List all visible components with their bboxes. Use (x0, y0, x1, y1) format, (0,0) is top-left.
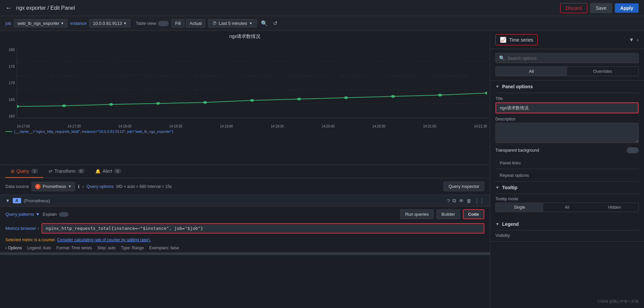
fill-button[interactable]: Fill (171, 19, 184, 28)
code-button[interactable]: Code (463, 209, 485, 219)
back-button[interactable]: ← (5, 4, 12, 12)
tooltip-all-button[interactable]: All (543, 203, 591, 212)
discard-button[interactable]: Discard (560, 3, 587, 13)
run-queries-button[interactable]: Run queries (400, 209, 434, 219)
transparent-bg-label: Transparent background (495, 148, 539, 153)
time-range-caret-icon: ▼ (249, 21, 253, 25)
zoom-button[interactable]: 🔍 (260, 19, 269, 28)
job-dropdown[interactable]: web_lb_ngx_exporter ▼ (14, 19, 67, 28)
y-label-175: 175 (3, 64, 16, 68)
table-view-wrap: Table view (136, 21, 169, 26)
tooltip-caret-icon: ▼ (495, 185, 499, 190)
description-textarea[interactable] (495, 123, 639, 143)
query-collapse-button[interactable]: ▼ (5, 198, 10, 203)
query-patterns-button[interactable]: Query patterns ▼ (5, 212, 40, 217)
drag-icon[interactable]: ⋮⋮ (474, 198, 484, 204)
alert-tab-icon: 🔔 (95, 169, 101, 174)
time-series-button[interactable]: 📈 Time series (495, 34, 538, 45)
time-series-icon: 📈 (500, 37, 506, 43)
query-patterns-left: Query patterns ▼ Explain (5, 212, 68, 217)
panel-options-caret-icon: ▼ (495, 84, 499, 89)
page-title: ngx exporter / Edit Panel (16, 5, 75, 11)
transform-tab-label: Transform (54, 168, 75, 174)
tab-transform[interactable]: ⇄ Transform 0 (43, 165, 90, 178)
horizontal-scrollbar[interactable] (0, 252, 490, 255)
query-ds-name: (Prometheus) (24, 198, 50, 203)
tooltip-mode-buttons: Single All Hidden (495, 203, 639, 212)
chart-y-labels: 180 175 170 165 160 (3, 48, 16, 118)
legend-caret-icon: ▼ (495, 222, 499, 226)
transform-tab-icon: ⇄ (49, 169, 52, 174)
legend-text: {__name__="nginx_http_requests_total", i… (14, 130, 173, 134)
tabs-row: ⊞ Query 1 ⇄ Transform 0 🔔 Alert 0 (0, 165, 490, 178)
tab-overrides[interactable]: Overrides (567, 67, 639, 76)
transparent-bg-row: Transparent background (495, 147, 639, 153)
query-block-actions: ? ⧉ 👁 🗑 ⋮⋮ (447, 198, 484, 204)
datasource-dropdown[interactable]: P Prometheus ▼ (32, 182, 75, 191)
x-label-9: 14:21:00 (423, 124, 436, 128)
instance-dropdown[interactable]: 10.0.0.81:9113 ▼ (89, 19, 130, 28)
svg-point-10 (297, 98, 301, 100)
time-range-button[interactable]: ⏱ Last 5 minutes ▼ (208, 19, 257, 28)
panel-options-header[interactable]: ▼ Panel options (495, 81, 639, 93)
table-view-toggle[interactable] (158, 21, 169, 26)
tooltip-hidden-button[interactable]: Hidden (591, 203, 638, 212)
y-label-170: 170 (3, 81, 16, 85)
refresh-button[interactable]: ↺ (272, 19, 279, 28)
chevron-down-button[interactable]: ▼ (629, 37, 634, 43)
actual-button[interactable]: Actual (186, 19, 205, 28)
metrics-input[interactable] (42, 224, 484, 233)
query-bar: job web_lb_ngx_exporter ▼ instance 10.0.… (0, 16, 644, 31)
explain-toggle[interactable] (59, 212, 68, 217)
y-label-165: 165 (3, 98, 16, 102)
tab-alert[interactable]: 🔔 Alert 0 (90, 165, 126, 178)
repeat-options-header[interactable]: › Repeat options (495, 172, 639, 178)
search-input[interactable] (507, 56, 635, 61)
left-panel: ngx请求数情况 180 175 170 165 160 (0, 31, 490, 308)
datasource-left: Data source P Prometheus ▼ ℹ › Query opt… (5, 182, 172, 191)
tab-all[interactable]: All (496, 67, 567, 76)
legend-header[interactable]: ▼ Legend (495, 218, 639, 230)
metrics-browser-link[interactable]: Metrics browser › (5, 226, 39, 231)
panel-links-section: › Panel links (495, 157, 639, 169)
tooltip-single-button[interactable]: Single (496, 203, 543, 212)
time-icon: ⏱ (212, 21, 217, 26)
right-panel: 📈 Time series ▼ › 🔍 All Overrides ▼ P (490, 31, 644, 308)
transparent-bg-toggle[interactable] (627, 147, 639, 153)
info-icon[interactable]: ℹ (78, 184, 79, 189)
repeat-options-title: Repeat options (500, 173, 529, 178)
title-input[interactable] (496, 103, 638, 113)
panel-options-title: Panel options (502, 84, 533, 89)
help-icon[interactable]: ? (447, 198, 450, 204)
save-button[interactable]: Save (590, 3, 612, 13)
svg-point-9 (250, 99, 254, 102)
options-expand-button[interactable]: › Options (5, 246, 22, 250)
repeat-options-caret-icon: › (495, 172, 497, 178)
query-inspector-button[interactable]: Query inspector (443, 182, 484, 191)
chevron-right-button[interactable]: › (637, 37, 639, 43)
query-options-label: Query options (87, 184, 114, 189)
right-panel-header: 📈 Time series ▼ › (490, 31, 644, 49)
counter-link[interactable]: Consider calculating rate of counter by … (57, 238, 151, 242)
counter-warning: Selected metric is a counter. Consider c… (0, 236, 490, 244)
x-label-10: 14:21:30 (474, 124, 487, 128)
tooltip-title: Tooltip (502, 185, 518, 190)
tab-query[interactable]: ⊞ Query 1 (5, 165, 43, 178)
transform-tab-badge: 0 (78, 169, 85, 173)
apply-button[interactable]: Apply (615, 3, 639, 13)
instance-caret-icon: ▼ (123, 21, 127, 25)
panel-links-header[interactable]: › Panel links (495, 160, 639, 165)
description-field-row: Description (495, 117, 639, 144)
main-layout: ngx请求数情况 180 175 170 165 160 (0, 31, 644, 308)
query-options-link[interactable]: Query options (87, 184, 114, 189)
builder-button[interactable]: Builder (436, 209, 460, 219)
job-label: job (5, 21, 11, 26)
y-label-180: 180 (3, 48, 16, 52)
title-field-row: Title (495, 96, 639, 113)
copy-icon[interactable]: ⧉ (452, 198, 456, 204)
options-expand-arrow-icon: › (5, 246, 7, 250)
top-bar-right: Discard Save Apply (560, 3, 639, 13)
trash-icon[interactable]: 🗑 (467, 198, 472, 204)
eye-icon[interactable]: 👁 (459, 198, 464, 204)
tooltip-header[interactable]: ▼ Tooltip (495, 182, 639, 194)
